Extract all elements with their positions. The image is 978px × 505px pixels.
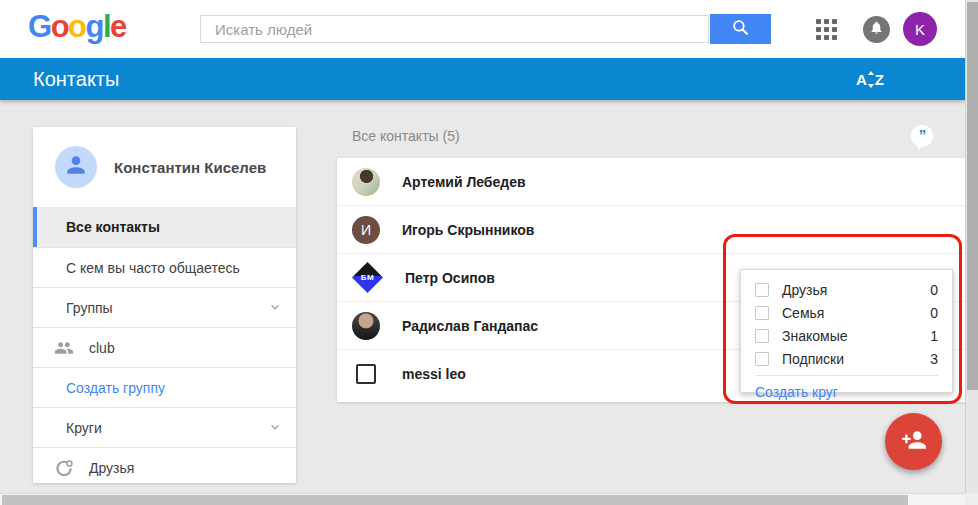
logo-letter: o bbox=[51, 9, 68, 44]
checkbox-icon[interactable] bbox=[755, 283, 769, 297]
contact-name: messi leo bbox=[402, 366, 466, 382]
popup-divider bbox=[755, 375, 938, 376]
profile-avatar bbox=[55, 146, 97, 188]
vertical-scrollbar[interactable] bbox=[965, 0, 978, 505]
contact-photo-avatar[interactable] bbox=[352, 168, 380, 196]
logo-letter: o bbox=[68, 9, 85, 44]
bell-icon bbox=[869, 20, 884, 39]
account-avatar[interactable]: K bbox=[903, 12, 937, 46]
search-icon bbox=[731, 18, 750, 40]
profile-card: Константин Киселев bbox=[33, 127, 296, 207]
contact-letter-avatar[interactable]: И bbox=[352, 216, 380, 244]
contact-name: Радислав Гандапас bbox=[402, 318, 538, 334]
sidebar-item-label: Круги bbox=[66, 420, 102, 436]
circle-option-family[interactable]: Семья 0 bbox=[755, 301, 938, 324]
sidebar-item-label: Группы bbox=[66, 300, 113, 316]
notifications-button[interactable] bbox=[863, 16, 890, 43]
circle-option-acquaintances[interactable]: Знакомые 1 bbox=[755, 324, 938, 347]
contact-name: Петр Осипов bbox=[405, 270, 495, 286]
sidebar-item-label: club bbox=[89, 340, 115, 356]
logo-letter: l bbox=[103, 9, 110, 44]
circles-icon bbox=[53, 458, 75, 478]
checkbox-icon[interactable] bbox=[755, 352, 769, 366]
apps-grid-icon[interactable] bbox=[816, 19, 838, 41]
circle-label: Семья bbox=[782, 305, 824, 321]
checkbox-icon[interactable] bbox=[755, 329, 769, 343]
hangouts-icon[interactable]: ” bbox=[911, 125, 933, 147]
circle-count: 3 bbox=[930, 351, 938, 367]
google-logo: Google bbox=[28, 9, 126, 45]
circle-option-following[interactable]: Подписки 3 bbox=[755, 347, 938, 370]
sidebar-item-label: С кем вы часто общаетесь bbox=[66, 260, 240, 276]
sort-arrows bbox=[868, 71, 874, 88]
person-icon bbox=[63, 152, 89, 182]
logo-letter: G bbox=[28, 9, 51, 44]
contact-name: Артемий Лебедев bbox=[402, 174, 526, 190]
sidebar-item-friends[interactable]: Друзья bbox=[33, 447, 296, 487]
sort-az-icon[interactable]: A Z bbox=[856, 67, 884, 91]
chevron-down-icon bbox=[268, 300, 282, 317]
sidebar-item-club[interactable]: club bbox=[33, 327, 296, 367]
sidebar-item-circles[interactable]: Круги bbox=[33, 407, 296, 447]
circles-popup: Друзья 0 Семья 0 Знакомые 1 Подписки 3 С… bbox=[740, 269, 953, 393]
group-icon bbox=[53, 338, 75, 358]
sidebar-item-create-group[interactable]: Создать группу bbox=[33, 367, 296, 407]
vertical-scrollbar-thumb[interactable] bbox=[967, 2, 978, 390]
hangouts-quotes: ” bbox=[919, 125, 926, 145]
profile-name: Константин Киселев bbox=[114, 159, 266, 176]
contact-checkbox[interactable] bbox=[356, 364, 376, 384]
sidebar-item-label: Все контакты bbox=[66, 219, 160, 235]
contact-row[interactable]: Артемий Лебедев bbox=[337, 158, 965, 206]
contact-photo-avatar[interactable] bbox=[352, 312, 380, 340]
sidebar-item-groups[interactable]: Группы bbox=[33, 287, 296, 327]
app-header: Контакты A Z ” bbox=[0, 58, 965, 100]
page-title: Контакты bbox=[33, 58, 119, 100]
circle-count: 0 bbox=[930, 305, 938, 321]
sidebar-item-all-contacts[interactable]: Все контакты bbox=[33, 207, 296, 247]
sort-letter-a: A bbox=[856, 71, 867, 88]
logo-avatar-text: БМ bbox=[361, 273, 374, 282]
top-bar: Google K bbox=[0, 0, 965, 58]
contact-logo-avatar[interactable]: БМ bbox=[352, 262, 383, 293]
sidebar: Константин Киселев Все контакты С кем вы… bbox=[33, 127, 296, 483]
circle-option-friends[interactable]: Друзья 0 bbox=[755, 278, 938, 301]
circle-count: 1 bbox=[930, 328, 938, 344]
circle-label: Знакомые bbox=[782, 328, 848, 344]
add-contact-fab[interactable] bbox=[885, 413, 942, 470]
circle-label: Подписки bbox=[782, 351, 844, 367]
horizontal-scrollbar-thumb[interactable] bbox=[2, 495, 908, 505]
sidebar-item-label: Друзья bbox=[89, 460, 134, 476]
sort-letter-z: Z bbox=[875, 71, 884, 88]
create-circle-link[interactable]: Создать круг bbox=[755, 384, 938, 400]
search-button[interactable] bbox=[710, 14, 771, 44]
person-add-icon bbox=[901, 427, 927, 457]
sidebar-item-label: Создать группу bbox=[66, 380, 165, 396]
logo-letter: g bbox=[86, 9, 103, 44]
horizontal-scrollbar[interactable] bbox=[0, 493, 965, 505]
chevron-down-icon bbox=[268, 420, 282, 437]
circle-count: 0 bbox=[930, 282, 938, 298]
search-input[interactable] bbox=[200, 15, 709, 43]
list-header: Все контакты (5) bbox=[352, 128, 460, 144]
sidebar-item-frequent[interactable]: С кем вы часто общаетесь bbox=[33, 247, 296, 287]
contact-row[interactable]: И Игорь Скрынников bbox=[337, 206, 965, 254]
scrollbar-corner bbox=[965, 493, 978, 505]
circle-label: Друзья bbox=[782, 282, 827, 298]
logo-letter: e bbox=[110, 9, 126, 44]
checkbox-icon[interactable] bbox=[755, 306, 769, 320]
contact-name: Игорь Скрынников bbox=[402, 222, 534, 238]
